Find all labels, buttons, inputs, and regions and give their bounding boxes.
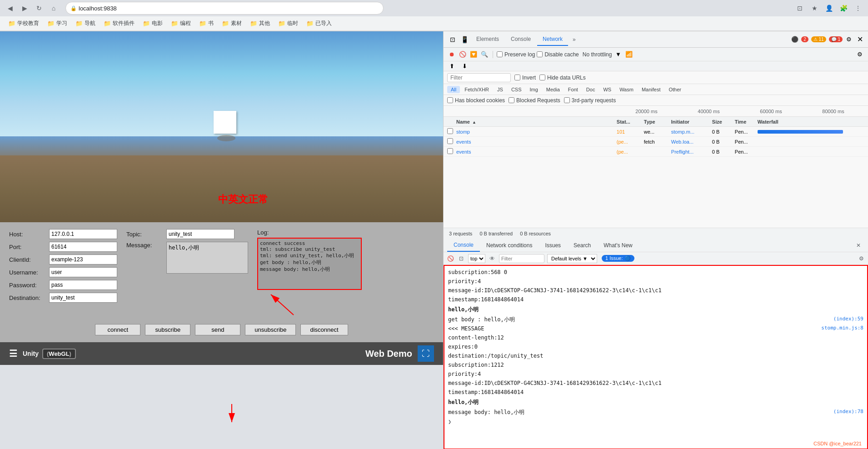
disconnect-button[interactable]: disconnect: [300, 324, 348, 335]
bottom-tab-search[interactable]: Search: [567, 239, 597, 251]
devtools-inspect-btn[interactable]: ⊡: [447, 35, 458, 44]
type-btn-other[interactable]: Other: [665, 86, 685, 93]
bottom-tab-network-conditions[interactable]: Network conditions: [480, 239, 539, 251]
online-dropdown[interactable]: 📶: [624, 50, 634, 59]
console-eye-btn[interactable]: 👁: [488, 254, 496, 263]
hide-data-urls-label[interactable]: Hide data URLs: [539, 75, 586, 81]
destination-input[interactable]: [49, 293, 117, 303]
has-blocked-checkbox[interactable]: [447, 97, 453, 103]
type-btn-css[interactable]: CSS: [508, 86, 525, 93]
devtools-settings-network[interactable]: ⚙: [855, 50, 864, 59]
subscribe-button[interactable]: subscribe: [145, 324, 190, 335]
username-input[interactable]: [49, 267, 117, 277]
col-header-name[interactable]: Name ▲: [456, 119, 617, 125]
devtools-close-btn[interactable]: ✕: [855, 35, 864, 44]
bottom-tab-issues[interactable]: Issues: [539, 239, 567, 251]
clear-button[interactable]: 🚫: [458, 50, 467, 59]
unsubscribe-button[interactable]: unsubscribe: [245, 324, 296, 335]
tab-console[interactable]: Console: [505, 33, 536, 46]
bookmark-item[interactable]: 📁 导航: [72, 18, 99, 29]
extension-button[interactable]: 🧩: [837, 2, 850, 15]
type-btn-media[interactable]: Media: [543, 86, 564, 93]
topic-input[interactable]: [166, 229, 234, 239]
disable-cache-label[interactable]: Disable cache: [537, 51, 579, 58]
bookmark-item[interactable]: 📁 其他: [246, 18, 274, 29]
type-btn-js[interactable]: JS: [494, 86, 507, 93]
bottom-panel-close[interactable]: ✕: [853, 242, 864, 249]
record-button[interactable]: ⏺: [447, 50, 456, 59]
devtools-device-btn[interactable]: 📱: [459, 35, 470, 44]
bottom-tab-console[interactable]: Console: [447, 239, 480, 252]
menu-button[interactable]: ⋮: [852, 2, 864, 15]
console-clear-btn[interactable]: 🚫: [446, 254, 454, 263]
bookmark-item[interactable]: 📁 编程: [167, 18, 195, 29]
devtools-settings-btn[interactable]: ⚙: [844, 35, 853, 44]
col-header-type[interactable]: Type: [644, 119, 671, 125]
blocked-requests-checkbox[interactable]: [509, 97, 514, 103]
row-name-events1[interactable]: events: [456, 139, 617, 145]
third-party-checkbox[interactable]: [564, 97, 570, 103]
tab-network[interactable]: Network: [537, 33, 568, 46]
throttle-dropdown[interactable]: ▼: [614, 50, 623, 59]
col-header-status[interactable]: Stat...: [617, 119, 644, 125]
tab-elements[interactable]: Elements: [471, 33, 504, 46]
console-link-stomp[interactable]: stomp.min.js:8: [821, 324, 863, 333]
profile-button[interactable]: 👤: [823, 2, 835, 15]
password-input[interactable]: [49, 280, 117, 290]
type-btn-all[interactable]: All: [447, 86, 460, 93]
send-button[interactable]: send: [195, 324, 240, 335]
bookmark-item[interactable]: 📁 电影: [139, 18, 166, 29]
console-settings-btn[interactable]: ⊡: [457, 254, 465, 263]
type-btn-img[interactable]: Img: [526, 86, 542, 93]
filter-input[interactable]: [447, 73, 511, 82]
refresh-button[interactable]: ↻: [33, 2, 45, 15]
type-btn-manifest[interactable]: Manifest: [638, 86, 664, 93]
bookmark-item[interactable]: 📁 软件插件: [100, 18, 138, 29]
cast-button[interactable]: ⊡: [793, 2, 806, 15]
download-btn[interactable]: ⬇: [460, 62, 469, 71]
row-check[interactable]: [447, 128, 453, 134]
console-context-select[interactable]: top: [468, 254, 485, 263]
bookmark-button[interactable]: ★: [808, 2, 821, 15]
bookmark-item[interactable]: 📁 临时: [274, 18, 302, 29]
console-filter-input[interactable]: [499, 254, 544, 263]
bookmark-item[interactable]: 📁 素材: [218, 18, 245, 29]
col-header-time[interactable]: Time: [735, 119, 758, 125]
upload-btn[interactable]: ⬆: [447, 62, 456, 71]
type-btn-ws[interactable]: WS: [599, 86, 615, 93]
bookmark-item[interactable]: 📁 学习: [44, 18, 71, 29]
preserve-log-checkbox[interactable]: [497, 51, 503, 57]
type-btn-font[interactable]: Font: [564, 86, 582, 93]
bookmark-item[interactable]: 📁 已导入: [303, 18, 335, 29]
console-link-59[interactable]: (index):59: [833, 315, 863, 324]
col-header-initiator[interactable]: Initiator: [671, 119, 712, 125]
message-textarea[interactable]: hello,小明: [166, 242, 248, 274]
bottom-tab-whats-new[interactable]: What's New: [597, 239, 639, 251]
fullscreen-button[interactable]: ⛶: [418, 345, 434, 362]
row-check[interactable]: [447, 138, 453, 144]
host-input[interactable]: [49, 229, 117, 239]
tab-more[interactable]: »: [569, 34, 579, 45]
connect-button[interactable]: connect: [95, 324, 140, 335]
type-btn-doc[interactable]: Doc: [583, 86, 599, 93]
row-name-events2[interactable]: events: [456, 149, 617, 155]
type-btn-fetch[interactable]: Fetch/XHR: [461, 86, 493, 93]
disable-cache-checkbox[interactable]: [537, 51, 543, 57]
third-party-label[interactable]: 3rd-party requests: [564, 97, 616, 104]
port-input[interactable]: [49, 242, 117, 252]
row-name-stomp[interactable]: stomp: [456, 129, 617, 135]
invert-checkbox[interactable]: [514, 75, 520, 80]
preserve-log-label[interactable]: Preserve log: [497, 51, 535, 58]
hide-data-urls-checkbox[interactable]: [539, 75, 545, 80]
row-check[interactable]: [447, 148, 453, 154]
clientid-input[interactable]: [49, 254, 117, 264]
blocked-requests-label[interactable]: Blocked Requests: [509, 97, 560, 104]
forward-button[interactable]: ▶: [18, 2, 31, 15]
console-gear-btn[interactable]: ⚙: [857, 254, 865, 263]
type-btn-wasm[interactable]: Wasm: [616, 86, 637, 93]
invert-label[interactable]: Invert: [514, 75, 536, 81]
address-bar[interactable]: 🔒 localhost:9838: [65, 2, 384, 15]
search-button[interactable]: 🔍: [480, 50, 489, 59]
bookmark-item[interactable]: 📁 学校教育: [5, 18, 43, 29]
home-button[interactable]: ⌂: [47, 2, 60, 15]
